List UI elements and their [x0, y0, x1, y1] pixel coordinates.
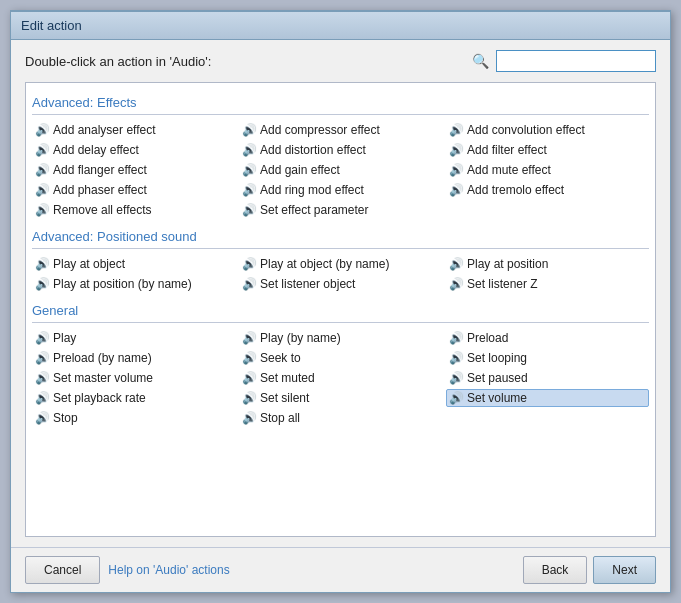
list-item[interactable]: 🔊Set master volume	[32, 369, 235, 387]
sound-icon: 🔊	[35, 257, 50, 271]
action-label: Add gain effect	[260, 163, 340, 177]
list-item[interactable]: 🔊Play at object	[32, 255, 235, 273]
action-label: Preload	[467, 331, 508, 345]
action-label: Stop	[53, 411, 78, 425]
list-item[interactable]: 🔊Play at position	[446, 255, 649, 273]
list-item[interactable]: 🔊Add distortion effect	[239, 141, 442, 159]
list-item[interactable]: 🔊Set listener object	[239, 275, 442, 293]
footer: Cancel Help on 'Audio' actions Back Next	[11, 547, 670, 592]
list-item[interactable]: 🔊Stop all	[239, 409, 442, 427]
search-label: Double-click an action in 'Audio':	[25, 54, 211, 69]
action-label: Add mute effect	[467, 163, 551, 177]
action-label: Add delay effect	[53, 143, 139, 157]
list-item[interactable]: 🔊Remove all effects	[32, 201, 235, 219]
sound-icon: 🔊	[449, 143, 464, 157]
action-label: Preload (by name)	[53, 351, 152, 365]
sound-icon: 🔊	[35, 351, 50, 365]
items-grid-advanced-effects: 🔊Add analyser effect🔊Add compressor effe…	[32, 121, 649, 219]
sound-icon: 🔊	[242, 163, 257, 177]
sound-icon: 🔊	[242, 351, 257, 365]
sound-icon: 🔊	[449, 277, 464, 291]
sound-icon: 🔊	[242, 331, 257, 345]
action-label: Play	[53, 331, 76, 345]
list-item[interactable]: 🔊Preload	[446, 329, 649, 347]
section-divider-advanced-effects	[32, 114, 649, 115]
footer-left: Cancel Help on 'Audio' actions	[25, 556, 230, 584]
list-item[interactable]: 🔊Set effect parameter	[239, 201, 442, 219]
sound-icon: 🔊	[35, 203, 50, 217]
action-label: Set master volume	[53, 371, 153, 385]
cancel-button[interactable]: Cancel	[25, 556, 100, 584]
section-header-advanced-positioned: Advanced: Positioned sound	[32, 229, 649, 244]
list-item[interactable]: 🔊Play at object (by name)	[239, 255, 442, 273]
action-label: Play at object (by name)	[260, 257, 389, 271]
list-item[interactable]: 🔊Add tremolo effect	[446, 181, 649, 199]
list-item[interactable]: 🔊Add mute effect	[446, 161, 649, 179]
section-divider-general	[32, 322, 649, 323]
list-item[interactable]: 🔊Set muted	[239, 369, 442, 387]
list-item[interactable]: 🔊Stop	[32, 409, 235, 427]
footer-right: Back Next	[523, 556, 656, 584]
help-link[interactable]: Help on 'Audio' actions	[108, 563, 229, 577]
sound-icon: 🔊	[242, 143, 257, 157]
list-item[interactable]: 🔊Add analyser effect	[32, 121, 235, 139]
list-item[interactable]: 🔊Add convolution effect	[446, 121, 649, 139]
action-label: Stop all	[260, 411, 300, 425]
action-label: Set playback rate	[53, 391, 146, 405]
list-item[interactable]: 🔊Add compressor effect	[239, 121, 442, 139]
sound-icon: 🔊	[35, 163, 50, 177]
sound-icon: 🔊	[242, 391, 257, 405]
list-item[interactable]: 🔊Set playback rate	[32, 389, 235, 407]
list-item[interactable]: 🔊Play	[32, 329, 235, 347]
next-button[interactable]: Next	[593, 556, 656, 584]
action-label: Seek to	[260, 351, 301, 365]
dialog-body: Double-click an action in 'Audio': 🔍 Adv…	[11, 40, 670, 547]
sound-icon: 🔊	[242, 277, 257, 291]
action-label: Set volume	[467, 391, 527, 405]
list-item[interactable]: 🔊Preload (by name)	[32, 349, 235, 367]
sound-icon: 🔊	[35, 391, 50, 405]
sound-icon: 🔊	[242, 371, 257, 385]
search-icon: 🔍	[470, 53, 490, 69]
list-item[interactable]: 🔊Add gain effect	[239, 161, 442, 179]
sound-icon: 🔊	[242, 257, 257, 271]
action-label: Play at position	[467, 257, 548, 271]
action-label: Set looping	[467, 351, 527, 365]
list-item[interactable]: 🔊Set silent	[239, 389, 442, 407]
sound-icon: 🔊	[35, 143, 50, 157]
sound-icon: 🔊	[35, 123, 50, 137]
action-label: Play at position (by name)	[53, 277, 192, 291]
sound-icon: 🔊	[242, 183, 257, 197]
list-item[interactable]: 🔊Seek to	[239, 349, 442, 367]
sound-icon: 🔊	[35, 183, 50, 197]
sound-icon: 🔊	[449, 183, 464, 197]
section-header-general: General	[32, 303, 649, 318]
list-item[interactable]: 🔊Add flanger effect	[32, 161, 235, 179]
action-label: Add convolution effect	[467, 123, 585, 137]
action-label: Add analyser effect	[53, 123, 156, 137]
list-item[interactable]: 🔊Add ring mod effect	[239, 181, 442, 199]
sound-icon: 🔊	[449, 123, 464, 137]
section-divider-advanced-positioned	[32, 248, 649, 249]
sound-icon: 🔊	[449, 391, 464, 405]
list-item[interactable]: 🔊Set looping	[446, 349, 649, 367]
list-item[interactable]: 🔊Set paused	[446, 369, 649, 387]
action-label: Set effect parameter	[260, 203, 369, 217]
list-item[interactable]: 🔊Set volume	[446, 389, 649, 407]
sound-icon: 🔊	[35, 411, 50, 425]
sound-icon: 🔊	[449, 351, 464, 365]
search-input[interactable]	[496, 50, 656, 72]
list-item[interactable]: 🔊Add delay effect	[32, 141, 235, 159]
action-label: Play at object	[53, 257, 125, 271]
list-item[interactable]: 🔊Add phaser effect	[32, 181, 235, 199]
list-item	[446, 201, 649, 219]
action-label: Add tremolo effect	[467, 183, 564, 197]
list-item[interactable]: 🔊Play (by name)	[239, 329, 442, 347]
sound-icon: 🔊	[35, 277, 50, 291]
action-label: Add filter effect	[467, 143, 547, 157]
back-button[interactable]: Back	[523, 556, 588, 584]
list-item[interactable]: 🔊Set listener Z	[446, 275, 649, 293]
list-item[interactable]: 🔊Add filter effect	[446, 141, 649, 159]
sound-icon: 🔊	[449, 371, 464, 385]
list-item[interactable]: 🔊Play at position (by name)	[32, 275, 235, 293]
